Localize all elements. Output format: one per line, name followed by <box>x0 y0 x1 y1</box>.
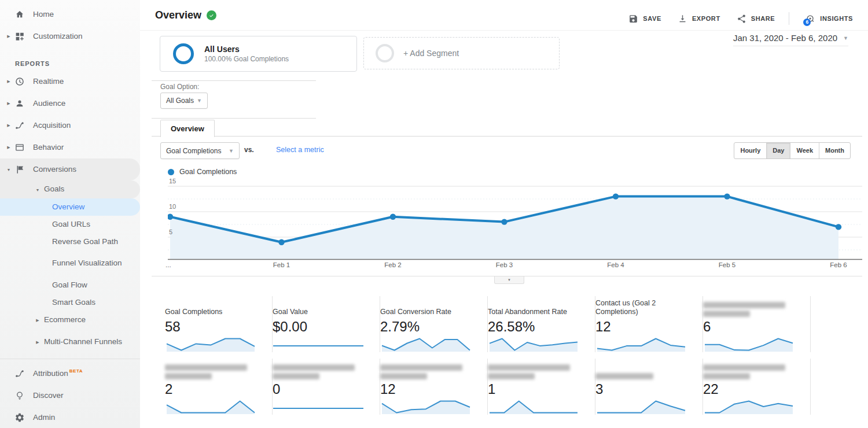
chevron-right-icon[interactable]: ▶ <box>35 340 41 345</box>
x-axis-tick: Feb 1 <box>273 261 290 268</box>
share-icon <box>737 14 746 24</box>
segment-circle-icon <box>173 43 194 64</box>
chart-x-axis: ...Feb 1Feb 2Feb 3Feb 4Feb 5Feb 6 <box>168 261 862 271</box>
scorecard-sparkline <box>165 337 258 352</box>
scorecard-value: 58 <box>165 318 258 335</box>
scorecard-sparkline <box>595 337 689 352</box>
add-segment-button[interactable]: + Add Segment <box>363 37 560 69</box>
save-button[interactable]: SAVE <box>628 14 661 24</box>
x-axis-tick: Feb 3 <box>496 261 513 268</box>
sidebar-item-overview[interactable]: Overview <box>0 198 140 216</box>
sidebar-item-ecommerce[interactable]: ▶Ecommerce <box>0 311 140 329</box>
action-label: INSIGHTS <box>820 15 853 22</box>
sidebar-item-reverse-goal-path[interactable]: Reverse Goal Path <box>0 233 140 250</box>
scorecard-title: Total Abandonment Rate <box>488 308 581 317</box>
header-divider <box>140 30 868 31</box>
sidebar-item-label: Home <box>33 10 54 20</box>
chevron-right-icon[interactable]: ▶ <box>35 318 41 323</box>
redacted-title <box>488 373 535 379</box>
sidebar-item-customization[interactable]: ▶Customization <box>0 25 140 47</box>
metric-dropdown[interactable]: Goal Completions ▼ <box>160 142 240 159</box>
sidebar-item-label: Multi-Channel Funnels <box>44 337 126 347</box>
segment-all-users[interactable]: All Users 100.00% Goal Completions <box>160 36 357 72</box>
main-content: Overview SAVEEXPORTSHARE6INSIGHTS All Us… <box>140 0 868 428</box>
sidebar-item-home[interactable]: Home <box>0 3 140 25</box>
scorecard-redacted: 1 <box>488 359 595 415</box>
sidebar-item-audience[interactable]: ▶Audience <box>0 93 140 115</box>
redacted-title <box>703 302 785 308</box>
segment-title: All Users <box>204 45 289 54</box>
sidebar-item-admin[interactable]: Admin <box>0 407 140 428</box>
segment-subtitle: 100.00% Goal Completions <box>204 55 289 63</box>
sidebar-item-goals[interactable]: ▼Goals <box>0 180 140 198</box>
sidebar-item-conversions[interactable]: ▼Conversions <box>0 158 140 180</box>
chevron-down-icon[interactable]: ▼ <box>6 168 12 172</box>
scorecard-contact-us-goal-2-completions: Contact us (Goal 2 Completions)12 <box>595 296 703 352</box>
x-axis-tick: ... <box>165 261 171 268</box>
legend-label: Goal Completions <box>179 168 237 176</box>
granularity-hourly-button[interactable]: Hourly <box>734 143 766 158</box>
export-icon <box>678 14 687 24</box>
scorecard-redacted: 6 <box>703 296 811 352</box>
beta-badge: BETA <box>69 368 83 374</box>
sidebar-item-label: Ecommerce <box>44 315 86 325</box>
redacted-title <box>380 373 427 379</box>
scorecard-title: Contact us (Goal 2 Completions) <box>595 299 689 317</box>
scorecard-value: 1 <box>488 381 581 398</box>
sidebar-item-goal-flow[interactable]: Goal Flow <box>0 276 140 294</box>
sidebar-item-label: Customization <box>33 32 83 42</box>
scorecard-title: Goal Value <box>273 308 366 317</box>
sidebar-item-label: Conversions <box>33 165 76 175</box>
scorecard-redacted: 22 <box>703 359 811 415</box>
select-a-metric-link[interactable]: Select a metric <box>276 146 324 154</box>
chart-collapse-handle[interactable]: ▼ <box>494 276 524 284</box>
admin-icon <box>14 412 25 423</box>
scorecard-sparkline <box>380 337 473 352</box>
chevron-down-icon: ▼ <box>197 98 202 104</box>
scorecard-value: 2 <box>165 381 258 398</box>
scorecard-sparkline <box>488 400 581 415</box>
granularity-week-button[interactable]: Week <box>790 143 819 158</box>
action-label: SHARE <box>751 15 775 22</box>
scorecard-sparkline <box>703 337 796 352</box>
sidebar-section-header: REPORTS <box>0 47 140 71</box>
sidebar-item-funnel-visualization[interactable]: Funnel Visualization <box>0 250 140 276</box>
insights-count-badge: 6 <box>803 19 811 26</box>
actions-divider <box>789 12 789 25</box>
chevron-right-icon[interactable]: ▶ <box>6 101 12 106</box>
chevron-down-icon[interactable]: ▼ <box>35 187 41 191</box>
insights-button[interactable]: 6INSIGHTS <box>806 14 853 24</box>
scorecard-value: $0.00 <box>273 318 366 335</box>
scorecard-sparkline <box>165 400 258 415</box>
goal-option-dropdown[interactable]: All Goals ▼ <box>160 93 208 109</box>
chevron-right-icon[interactable]: ▶ <box>6 123 12 128</box>
action-label: SAVE <box>643 15 661 22</box>
sidebar-item-multi-channel-funnels[interactable]: ▶Multi-Channel Funnels <box>0 329 140 355</box>
granularity-month-button[interactable]: Month <box>819 143 850 158</box>
tab-overview[interactable]: Overview <box>160 120 215 137</box>
sidebar-item-smart-goals[interactable]: Smart Goals <box>0 294 140 311</box>
granularity-toggle: HourlyDayWeekMonth <box>734 142 851 159</box>
sidebar-item-discover[interactable]: Discover <box>0 385 140 407</box>
goal-option-value: All Goals <box>166 97 194 105</box>
sidebar-item-label: Overview <box>52 202 84 212</box>
sidebar-item-realtime[interactable]: ▶Realtime <box>0 71 140 93</box>
sidebar-item-behavior[interactable]: ▶Behavior <box>0 136 140 158</box>
sidebar-item-acquisition[interactable]: ▶Acquisition <box>0 115 140 136</box>
sidebar-item-label: Reverse Goal Path <box>52 237 118 247</box>
share-button[interactable]: SHARE <box>737 14 775 24</box>
chevron-right-icon[interactable]: ▶ <box>6 145 12 150</box>
sidebar-item-attribution[interactable]: AttributionBETA <box>0 363 140 385</box>
add-segment-circle-icon <box>376 44 394 62</box>
granularity-day-button[interactable]: Day <box>766 143 790 158</box>
date-range-picker[interactable]: Jan 31, 2020 - Feb 6, 2020 ▼ <box>733 33 848 46</box>
scorecard-redacted: 3 <box>595 359 703 415</box>
sidebar-item-goal-urls[interactable]: Goal URLs <box>0 216 140 233</box>
analytics-app: Home▶CustomizationREPORTS▶Realtime▶Audie… <box>0 0 868 428</box>
chevron-right-icon[interactable]: ▶ <box>6 34 12 39</box>
legend-dot-icon <box>168 169 174 175</box>
chevron-right-icon[interactable]: ▶ <box>6 79 12 84</box>
export-button[interactable]: EXPORT <box>678 14 720 24</box>
sidebar-item-label: Behavior <box>33 143 64 153</box>
scorecard-sparkline <box>273 337 366 352</box>
